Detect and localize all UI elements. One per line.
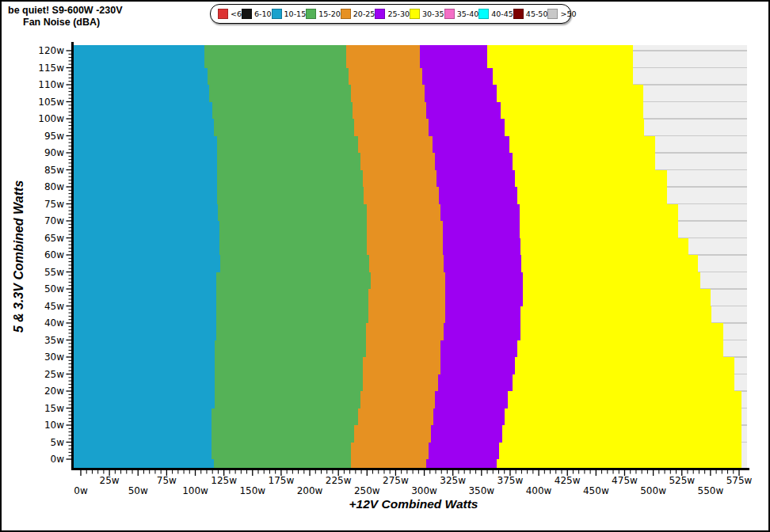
x-tick-label: 425w (555, 475, 581, 486)
noise-band-segment-15-20dBA (214, 459, 351, 468)
noise-band-segment-20-25dBA (367, 204, 440, 222)
noise-band-segment-15-20dBA (219, 221, 367, 238)
y-tick-label: 35w (44, 335, 64, 346)
noise-band-segment-20-25dBA (349, 68, 421, 86)
noise-band-segment-15-20dBA (217, 136, 358, 154)
legend-swatch-icon (341, 9, 351, 19)
noise-band-segment-25-30dBA (425, 85, 497, 102)
y-tick-label: 60w (44, 249, 64, 260)
noise-band-segment-15-20dBA (212, 443, 351, 460)
noise-band-segment-10-15dBA (74, 170, 217, 188)
noise-band-segment-15-20dBA (209, 85, 351, 102)
noise-band-segment-15-20dBA (208, 68, 349, 86)
noise-band-segment-25-30dBA (435, 153, 513, 170)
noise-band-segment-25-30dBA (433, 408, 505, 426)
legend-swatch-icon (218, 9, 228, 19)
x-tick-label: 400w (526, 485, 552, 496)
x-tick-label: 300w (411, 485, 437, 496)
noise-band-segment-30-35dBA (515, 170, 667, 188)
y-tick-label: 95w (44, 131, 64, 142)
x-tick-label: 350w (468, 485, 494, 496)
x-tick-label: 225w (326, 475, 352, 486)
y-tick-label: 75w (44, 199, 64, 210)
legend-item: 40-45 (478, 9, 513, 19)
noise-band-segment-20-25dBA (346, 45, 419, 68)
chart-title-line1: be quiet! S9-600W -230V (8, 5, 123, 17)
noise-band-segment-25-30dBA (420, 45, 487, 68)
y-tick-label: 55w (44, 267, 64, 278)
noise-band-segment-10-15dBA (74, 119, 214, 136)
noise-band-segment-15-20dBA (216, 323, 366, 340)
noise-band-segment-10-15dBA (74, 289, 216, 306)
noise-band-segment-25-30dBA (426, 102, 501, 120)
legend-item: 30-35 (410, 9, 444, 19)
legend-item: 10-15 (272, 9, 307, 19)
noise-band-segment-25-30dBA (444, 255, 521, 272)
noise-band-segment-30-35dBA (493, 68, 632, 86)
legend-label: 15-20 (318, 10, 341, 18)
noise-band-segment-25-30dBA (440, 340, 517, 358)
legend-item: 45-50 (513, 9, 548, 19)
legend-label: 40-45 (491, 10, 513, 18)
noise-band-segment-10-15dBA (74, 238, 219, 256)
x-tick-label: 150w (239, 485, 265, 496)
noise-band-segment-25-30dBA (443, 221, 520, 238)
noise-band-segment-15-20dBA (215, 357, 362, 374)
legend-swatch-icon (375, 9, 385, 19)
noise-band-segment-15-20dBA (216, 289, 368, 306)
legend-item: 25-30 (375, 9, 410, 19)
legend-label: 6-10 (254, 10, 272, 18)
noise-band-segment-10-15dBA (74, 272, 216, 290)
y-tick-label: 0w (51, 454, 65, 465)
y-tick-label: 85w (44, 165, 64, 176)
noise-band-segment-20-25dBA (363, 374, 438, 392)
y-axis-line (71, 42, 74, 470)
x-tick-label: 100w (182, 485, 208, 496)
chart-title-line2: Fan Noise (dBA) (23, 17, 123, 28)
noise-band-segment-15-20dBA (215, 340, 366, 358)
noise-band-segment-10-15dBA (74, 391, 215, 408)
y-tick-label: 110w (38, 79, 64, 90)
x-tick-label: 25w (100, 475, 120, 486)
noise-band-segment-30-35dBA (521, 255, 698, 272)
noise-band-segment-10-15dBA (74, 102, 212, 120)
noise-band-segment-25-30dBA (438, 374, 513, 392)
noise-band-segment-30-35dBA (520, 323, 723, 340)
noise-band-segment-20-25dBA (368, 306, 445, 324)
legend-swatch-icon (444, 9, 455, 19)
legend-swatch-icon (478, 9, 489, 19)
noise-band-segment-20-25dBA (351, 85, 424, 102)
noise-band-segment-30-35dBA (499, 443, 741, 460)
noise-band-segment-25-30dBA (439, 187, 517, 204)
x-tick-label: 175w (269, 475, 295, 486)
noise-band-segment-25-30dBA (433, 136, 509, 154)
y-tick-label: 50w (44, 283, 64, 294)
noise-band-segment-25-30dBA (429, 119, 504, 136)
noise-band-segment-15-20dBA (219, 238, 367, 256)
noise-band-segment-30-35dBA (513, 374, 734, 392)
noise-band-segment-20-25dBA (367, 221, 442, 238)
noise-band-segment-20-25dBA (358, 136, 433, 154)
noise-band-segment-15-20dBA (217, 153, 360, 170)
noise-band-segment-25-30dBA (422, 68, 494, 86)
noise-band-segment-15-20dBA (217, 187, 364, 204)
noise-band-segment-10-15dBA (74, 443, 212, 460)
noise-band-segment-25-30dBA (443, 238, 520, 256)
noise-band-segment-20-25dBA (363, 357, 440, 374)
y-tick-label: 65w (44, 233, 64, 244)
noise-band-segment-25-30dBA (435, 391, 508, 408)
y-tick-label: 20w (44, 386, 64, 397)
noise-band-segment-10-15dBA (74, 306, 216, 324)
y-tick-label: 100w (38, 113, 64, 124)
noise-band-segment-15-20dBA (216, 306, 368, 324)
noise-band-segment-25-30dBA (444, 323, 520, 340)
noise-band-segment-20-25dBA (360, 391, 435, 408)
noise-band-segment-20-25dBA (368, 289, 445, 306)
y-tick-label: 10w (44, 420, 64, 431)
noise-band-segment-10-15dBA (74, 323, 216, 340)
noise-band-segment-15-20dBA (212, 102, 352, 120)
legend-label: 10-15 (284, 10, 307, 18)
noise-band-segment-30-35dBA (497, 85, 643, 102)
noise-band-segment-30-35dBA (501, 102, 642, 120)
x-tick-label: 525w (669, 475, 695, 486)
